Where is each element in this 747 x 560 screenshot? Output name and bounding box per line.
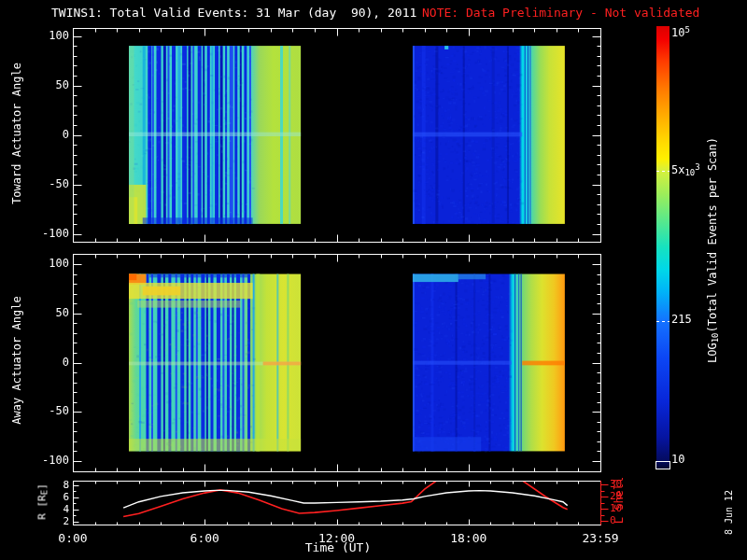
- r-tick-label: 8: [43, 480, 69, 490]
- toward-axis-label: Toward Actuator Angle: [11, 40, 22, 227]
- away-axis-label: Away Actuator Angle: [11, 267, 22, 454]
- ytick-label: -50: [28, 405, 69, 416]
- twins-spectrogram-screen: TWINS1: Total Valid Events: 31 Mar (day …: [0, 0, 747, 560]
- time-tick-label: 23:59: [572, 532, 628, 544]
- spectrogram-canvas: [0, 0, 747, 560]
- ytick-label: -100: [28, 228, 69, 239]
- time-tick-label: 0:00: [45, 532, 101, 544]
- ytick-label: -100: [28, 455, 69, 466]
- time-tick-label: 18:00: [441, 532, 497, 544]
- lshell-tick-label: 20: [610, 491, 641, 501]
- r-tick-label: 4: [43, 504, 69, 514]
- colorbar-tick-label: 105: [671, 26, 690, 38]
- ytick-label: 100: [28, 30, 69, 41]
- ytick-label: 0: [28, 129, 69, 140]
- page-title: TWINS1: Total Valid Events: 31 Mar (day …: [51, 7, 416, 19]
- lshell-tick-label: 30: [610, 479, 641, 489]
- ytick-label: 0: [28, 357, 69, 368]
- colorbar-tick-label: 10: [671, 454, 684, 465]
- colorbar-tick-label: 5x103: [671, 163, 700, 177]
- time-tick-label: 12:00: [309, 532, 365, 544]
- time-tick-label: 6:00: [176, 532, 233, 544]
- preliminary-note: NOTE: Data Preliminary - Not validated: [422, 7, 699, 19]
- lshell-tick-label: 10: [610, 503, 641, 513]
- ytick-label: -50: [28, 178, 69, 189]
- ytick-label: 50: [28, 307, 69, 318]
- ytick-label: 50: [28, 79, 69, 91]
- lshell-tick-label: 0: [610, 515, 641, 525]
- colorbar-axis-label: LOG10(Total Valid Events per Scan): [707, 29, 720, 471]
- r-tick-label: 6: [43, 492, 69, 502]
- colorbar-tick-label: 215: [671, 314, 692, 325]
- ytick-label: 100: [28, 258, 69, 269]
- date-stamp: 8 Jun 12: [725, 480, 734, 545]
- r-tick-label: 2: [43, 516, 69, 526]
- r-re-axis-label: R [RE]: [37, 465, 49, 539]
